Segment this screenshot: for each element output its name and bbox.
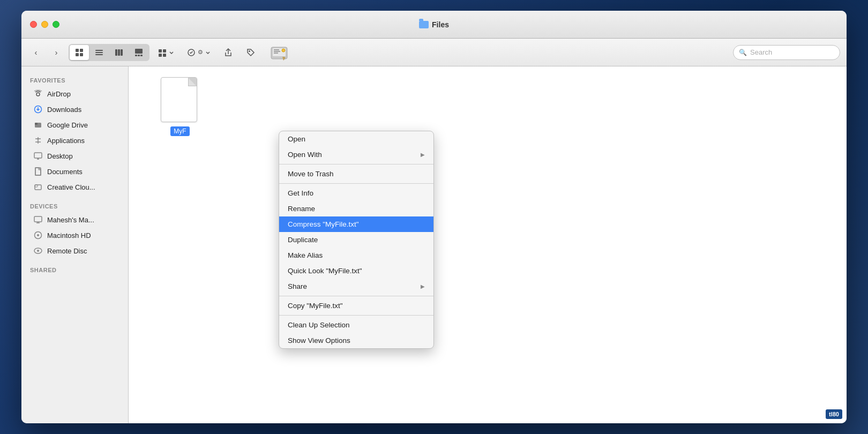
watermark: tl80 (826, 409, 842, 419)
macintosh-hd-icon (33, 230, 43, 240)
sidebar-item-mahesh-mac[interactable]: Mahesh's Ma... (25, 212, 125, 227)
svg-rect-5 (95, 52, 103, 53)
separator-4 (279, 315, 433, 316)
google-drive-label: Google Drive (47, 121, 88, 129)
applications-label: Applications (47, 137, 85, 145)
back-button[interactable]: ‹ (28, 44, 44, 61)
sidebar-item-airdrop[interactable]: AirDrop (25, 86, 125, 101)
menu-item-share[interactable]: Share ▶ (279, 279, 433, 294)
window-title-area: Files (419, 20, 449, 29)
airdrop-icon (33, 89, 43, 99)
svg-rect-10 (135, 49, 143, 54)
svg-rect-8 (118, 49, 120, 56)
svg-rect-0 (76, 49, 79, 52)
svg-rect-13 (140, 55, 143, 56)
svg-point-30 (38, 138, 39, 140)
favorites-header: Favorites (21, 73, 128, 86)
menu-item-view-options[interactable]: Show View Options (279, 333, 433, 348)
forward-button[interactable]: › (48, 44, 64, 61)
menu-item-view-options-label: Show View Options (288, 336, 350, 345)
svg-rect-12 (138, 55, 140, 56)
file-icon-container: MyF (161, 77, 199, 136)
svg-point-37 (37, 234, 39, 236)
tag-button[interactable] (242, 44, 260, 61)
sidebar-item-applications[interactable]: Applications (25, 133, 125, 148)
search-icon: 🔍 (739, 49, 747, 56)
list-view-button[interactable] (89, 45, 109, 60)
close-button[interactable] (30, 21, 37, 28)
creative-cloud-icon (33, 182, 43, 192)
menu-item-compress[interactable]: Compress "MyFile.txt" (279, 216, 433, 232)
traffic-lights (30, 21, 59, 28)
sidebar-item-remote-disc[interactable]: Remote Disc (25, 243, 125, 258)
menu-item-clean-up[interactable]: Clean Up Selection (279, 317, 433, 333)
search-placeholder: Search (750, 48, 772, 56)
gallery-view-button[interactable] (129, 45, 148, 60)
remote-disc-icon (33, 246, 43, 256)
finder-window: Files ‹ › (21, 11, 847, 423)
shared-header: Shared (21, 263, 128, 275)
share-arrow: ▶ (421, 283, 425, 289)
menu-item-duplicate[interactable]: Duplicate (279, 232, 433, 248)
sidebar-item-desktop[interactable]: Desktop (25, 148, 125, 163)
mahesh-mac-icon (33, 215, 43, 225)
menu-item-move-trash-label: Move to Trash (288, 170, 334, 178)
file-icon-body (161, 77, 197, 122)
svg-rect-2 (76, 53, 79, 56)
menu-item-clean-up-label: Clean Up Selection (288, 321, 350, 329)
sidebar-item-creative-cloud[interactable]: Creative Clou... (25, 179, 125, 194)
search-box[interactable]: 🔍 Search (733, 45, 840, 60)
svg-rect-35 (34, 216, 42, 222)
sidebar: Favorites AirDrop (21, 66, 129, 423)
main-file-area: MyF Open Open With ▶ Move to Trash (129, 66, 847, 423)
menu-item-move-trash[interactable]: Move to Trash (279, 166, 433, 182)
menu-item-quick-look[interactable]: Quick Look "MyFile.txt" (279, 263, 433, 279)
svg-rect-1 (80, 49, 83, 52)
svg-point-26 (36, 93, 40, 96)
share-button[interactable] (219, 44, 237, 61)
icon-view-button[interactable] (70, 45, 89, 60)
documents-label: Documents (47, 168, 83, 176)
file-icon-corner (188, 78, 197, 86)
menu-item-copy-label: Copy "MyFile.txt" (288, 302, 343, 310)
maximize-button[interactable] (53, 21, 59, 28)
window-title: Files (432, 20, 449, 29)
minimize-button[interactable] (41, 21, 48, 28)
content-area: Favorites AirDrop (21, 66, 847, 423)
svg-rect-3 (80, 53, 83, 56)
menu-item-compress-label: Compress "MyFile.txt" (288, 220, 359, 228)
menu-item-rename[interactable]: Rename (279, 201, 433, 216)
menu-item-copy[interactable]: Copy "MyFile.txt" (279, 298, 433, 313)
group-by-button[interactable] (154, 44, 178, 61)
file-label: MyF (170, 126, 189, 136)
menu-item-open[interactable]: Open (279, 131, 433, 147)
column-view-button[interactable] (109, 45, 129, 60)
svg-rect-4 (95, 50, 103, 51)
svg-rect-16 (159, 54, 162, 57)
sidebar-item-macintosh-hd[interactable]: Macintosh HD (25, 228, 125, 243)
svg-point-39 (37, 250, 39, 252)
menu-item-open-with[interactable]: Open With ▶ (279, 147, 433, 162)
view-mode-buttons (69, 44, 149, 61)
menu-item-make-alias[interactable]: Make Alias (279, 248, 433, 263)
menu-item-make-alias-label: Make Alias (288, 251, 323, 259)
devices-header: Devices (21, 199, 128, 212)
svg-rect-7 (115, 49, 117, 56)
menu-item-get-info[interactable]: Get Info (279, 185, 433, 201)
separator-1 (279, 164, 433, 164)
folder-icon (419, 21, 429, 28)
google-drive-icon (33, 120, 43, 130)
sidebar-item-downloads[interactable]: Downloads (25, 102, 125, 117)
svg-rect-29 (35, 123, 38, 125)
svg-rect-31 (34, 153, 42, 158)
toolbar-right: 🔍 Search (733, 45, 840, 60)
menu-item-open-label: Open (288, 135, 305, 143)
sidebar-item-google-drive[interactable]: Google Drive (25, 117, 125, 132)
menu-item-get-info-label: Get Info (288, 189, 313, 197)
sidebar-item-documents[interactable]: Documents (25, 164, 125, 179)
menu-item-open-with-label: Open With (288, 151, 322, 159)
downloads-icon (33, 104, 43, 114)
svg-rect-15 (163, 49, 166, 53)
action-button[interactable]: ⚙ (183, 44, 215, 61)
separator-3 (279, 296, 433, 296)
